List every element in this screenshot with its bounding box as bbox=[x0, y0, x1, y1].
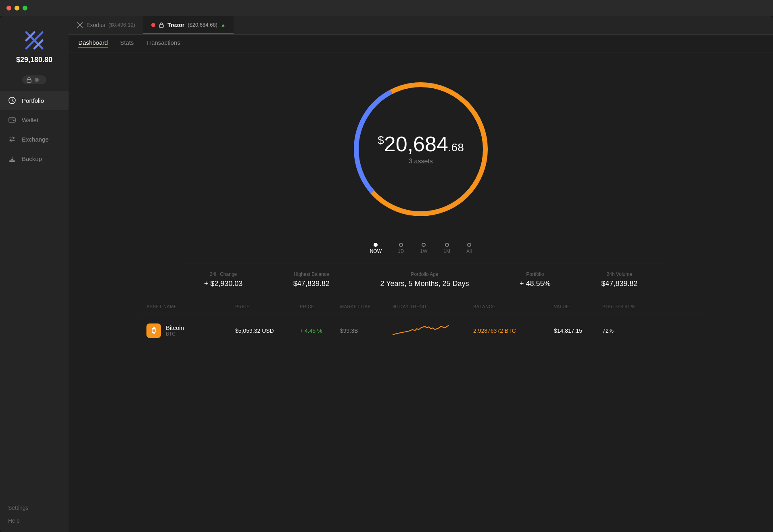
timeline-label-now: NOW bbox=[370, 248, 382, 254]
timeline-dot-all bbox=[467, 243, 471, 247]
app-logo bbox=[22, 28, 46, 52]
chart-assets-label: 3 assets bbox=[378, 158, 464, 165]
sidebar-bottom: Settings Help bbox=[0, 497, 69, 532]
svg-rect-4 bbox=[27, 79, 31, 82]
stat-volume-value: $47,839.82 bbox=[601, 280, 637, 288]
stat-change-value: + $2,930.03 bbox=[204, 280, 243, 288]
timeline: NOW 1D 1W 1M All bbox=[370, 243, 472, 254]
header-price-1: PRICE bbox=[235, 304, 300, 309]
timeline-label-1w: 1W bbox=[420, 248, 427, 254]
stat-portfolio-value: + 48.55% bbox=[520, 280, 551, 288]
wallet-label: Wallet bbox=[22, 117, 38, 123]
stat-portfolio-age: Portfolio Age 2 Years, 5 Months, 25 Days bbox=[380, 271, 469, 288]
exodus-tab-name: Exodus bbox=[86, 22, 105, 28]
chart-center-info: $20,684.68 3 assets bbox=[378, 134, 464, 165]
sidebar-item-portfolio[interactable]: Portfolio bbox=[0, 91, 69, 110]
timeline-1w[interactable]: 1W bbox=[420, 243, 427, 254]
portfolio-label: Portfolio bbox=[22, 97, 44, 104]
timeline-1d[interactable]: 1D bbox=[398, 243, 404, 254]
header-price-2: PRICE bbox=[300, 304, 340, 309]
timeline-dot-1d bbox=[399, 243, 403, 247]
btc-price-usd: $5,059.32 USD bbox=[235, 328, 300, 334]
btc-asset-info: ₿ Bitcoin BTC bbox=[146, 323, 235, 338]
btc-price-change: + 4.45 % bbox=[300, 328, 340, 334]
btc-value: $14,817.15 bbox=[554, 328, 602, 334]
trezor-lock-icon bbox=[159, 22, 164, 28]
stat-24h-volume: 24h Volume $47,839.82 bbox=[601, 271, 637, 288]
wallet-tabs: Exodus ($8,496.12) Trezor ($20,684.68) ▲ bbox=[69, 16, 773, 35]
btc-symbol: BTC bbox=[166, 331, 184, 337]
amount-cents: .68 bbox=[448, 141, 464, 154]
tab-exodus[interactable]: Exodus ($8,496.12) bbox=[69, 16, 143, 34]
amount-dollar: $ bbox=[378, 134, 384, 146]
svg-rect-11 bbox=[159, 25, 163, 27]
timeline-label-1d: 1D bbox=[398, 248, 404, 254]
header-asset-name: ASSET NAME bbox=[146, 304, 235, 309]
svg-rect-8 bbox=[9, 161, 15, 162]
timeline-dot-1m bbox=[445, 243, 449, 247]
tab-transactions[interactable]: Transactions bbox=[146, 39, 180, 48]
backup-icon bbox=[8, 154, 16, 163]
btc-market-cap: $99.3B bbox=[340, 328, 393, 334]
trezor-tab-name: Trezor bbox=[167, 22, 184, 28]
stat-age-value: 2 Years, 5 Months, 25 Days bbox=[380, 280, 469, 288]
total-balance: $29,180.80 bbox=[16, 56, 52, 64]
timeline-dot-now bbox=[374, 243, 378, 247]
stat-portfolio-label: Portfolio bbox=[526, 271, 544, 277]
titlebar bbox=[0, 0, 773, 16]
timeline-label-1m: 1M bbox=[443, 248, 450, 254]
wallet-icon bbox=[8, 116, 16, 124]
sidebar-logo: $29,180.80 bbox=[0, 24, 69, 72]
app-window: $29,180.80 bbox=[0, 16, 773, 532]
exodus-logo-icon bbox=[77, 22, 83, 28]
tab-trezor[interactable]: Trezor ($20,684.68) ▲ bbox=[143, 16, 234, 34]
traffic-yellow[interactable] bbox=[15, 6, 19, 10]
trezor-chevron-icon: ▲ bbox=[221, 22, 226, 28]
timeline-now[interactable]: NOW bbox=[370, 243, 382, 254]
exchange-icon bbox=[8, 135, 16, 143]
amount-main: 20,684 bbox=[384, 132, 448, 156]
header-balance: BALANCE bbox=[473, 304, 554, 309]
timeline-all[interactable]: All bbox=[466, 243, 472, 254]
timeline-1m[interactable]: 1M bbox=[443, 243, 450, 254]
exodus-tab-amount: ($8,496.12) bbox=[109, 22, 136, 28]
stat-highest-balance: Highest Balance $47,839.82 bbox=[293, 271, 330, 288]
portfolio-icon bbox=[8, 96, 16, 104]
stat-portfolio: Portfolio + 48.55% bbox=[520, 271, 551, 288]
lock-icon bbox=[26, 77, 32, 83]
dashboard: $20,684.68 3 assets NOW 1D 1W bbox=[69, 52, 773, 532]
header-market-cap: MARKET CAP bbox=[340, 304, 393, 309]
trezor-tab-amount: ($20,684.68) bbox=[188, 22, 217, 28]
settings-link[interactable]: Settings bbox=[8, 505, 61, 511]
tab-dashboard[interactable]: Dashboard bbox=[78, 39, 108, 48]
trezor-status-dot bbox=[151, 23, 155, 27]
table-header: ASSET NAME PRICE PRICE MARKET CAP 30 DAY… bbox=[138, 300, 703, 313]
sidebar-item-exchange[interactable]: Exchange bbox=[0, 129, 69, 149]
header-portfolio-pct: PORTFOLIO % bbox=[602, 304, 643, 309]
table-row[interactable]: ₿ Bitcoin BTC $5,059.32 USD + 4.45 % $99… bbox=[138, 313, 703, 348]
btc-portfolio-pct: 72% bbox=[602, 328, 643, 334]
lock-toggle[interactable] bbox=[0, 75, 69, 84]
traffic-green[interactable] bbox=[23, 6, 27, 10]
timeline-label-all: All bbox=[466, 248, 472, 254]
stats-row: 24H Change + $2,930.03 Highest Balance $… bbox=[179, 263, 663, 296]
help-link[interactable]: Help bbox=[8, 517, 61, 524]
sub-tabs: Dashboard Stats Transactions bbox=[69, 35, 773, 52]
header-value: VALUE bbox=[554, 304, 602, 309]
sidebar-item-backup[interactable]: Backup bbox=[0, 149, 69, 168]
btc-sparkline bbox=[393, 321, 473, 340]
svg-rect-7 bbox=[13, 120, 15, 121]
stat-highest-label: Highest Balance bbox=[294, 271, 329, 277]
tab-stats[interactable]: Stats bbox=[120, 39, 134, 48]
btc-balance: 2.92876372 BTC bbox=[473, 328, 554, 334]
traffic-red[interactable] bbox=[6, 6, 11, 10]
stat-highest-value: $47,839.82 bbox=[293, 280, 330, 288]
sidebar: $29,180.80 bbox=[0, 16, 69, 532]
btc-icon: ₿ bbox=[146, 323, 161, 338]
stat-24h-change: 24H Change + $2,930.03 bbox=[204, 271, 243, 288]
sidebar-item-wallet[interactable]: Wallet bbox=[0, 110, 69, 129]
stat-volume-label: 24h Volume bbox=[606, 271, 632, 277]
header-30day-trend: 30 DAY TREND bbox=[393, 304, 473, 309]
nav-items: Portfolio Wallet bbox=[0, 91, 69, 497]
stat-age-label: Portfolio Age bbox=[411, 271, 438, 277]
